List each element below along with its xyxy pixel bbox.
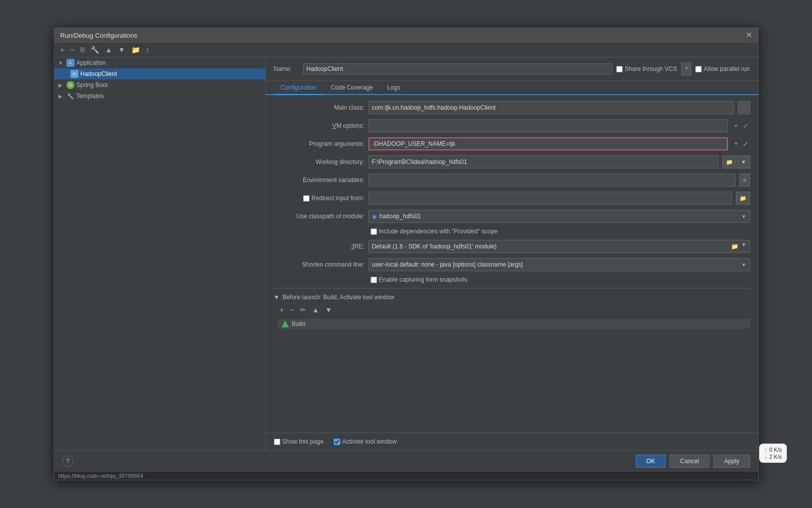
env-vars-edit-button[interactable]: ≡ [740,174,750,187]
before-launch-collapse[interactable]: ▼ [274,294,280,301]
spring-boot-label: Spring Boot [77,81,108,89]
tree-item-templates[interactable]: ▶ 🔧 Templates [54,91,265,102]
working-dir-row: Working directory: 📁 ▼ [274,155,750,168]
shorten-cmd-label: Shorten command line: [274,261,364,268]
jre-select[interactable]: Default (1.8 - SDK of 'hadoop_hdfs01' mo… [368,240,750,253]
show-page-label[interactable]: Show this page [274,438,324,445]
tab-code-coverage[interactable]: Code Coverage [324,81,380,95]
working-dir-label: Working directory: [274,158,364,165]
shorten-cmd-arrow-icon: ▼ [742,262,747,268]
shorten-cmd-select[interactable]: user-local default: none - java [options… [368,258,750,271]
download-speed-row: ↓ 2 K/s [764,454,782,460]
enable-snapshots-checkbox[interactable] [371,277,377,283]
bl-remove-button[interactable]: − [288,305,296,315]
vm-options-label: VM options: [274,122,364,129]
speed-widget: ↑ 0 K/s ↓ 2 K/s [759,444,787,463]
tab-configuration[interactable]: Configuration [274,81,324,95]
activate-tool-text: Activate tool window [342,438,397,445]
env-vars-input[interactable] [368,174,736,187]
allow-parallel-checkbox-label[interactable]: Allow parallel run [695,65,750,72]
tab-bar: Configuration Code Coverage Logs [266,81,758,95]
include-deps-text: Include dependencies with "Provided" sco… [379,228,498,235]
jre-row: JRE: Default (1.8 - SDK of 'hadoop_hdfs0… [274,240,750,253]
redirect-input-field[interactable] [368,192,732,205]
vcs-area: Share through VCS ? Allow parallel run [616,62,750,75]
remove-config-button[interactable]: − [68,45,77,55]
bl-up-button[interactable]: ▲ [310,305,321,315]
vm-options-input[interactable] [368,119,728,132]
share-vcs-checkbox-label[interactable]: Share through VCS [616,65,677,72]
show-page-checkbox[interactable] [274,439,280,445]
sort-button[interactable]: ↕ [144,45,152,55]
main-class-label: Main class: [274,104,364,111]
prog-expand-button[interactable]: + [732,139,740,148]
move-up-button[interactable]: ▲ [103,45,114,55]
url-text: https://blog.csdn.net/qq_39759664 [58,473,143,479]
help-button[interactable]: ? [62,456,73,467]
dialog-footer: ? OK Cancel Apply [54,450,758,472]
tree-item-spring-boot[interactable]: ▶ S Spring Boot [54,79,265,91]
tree-item-application[interactable]: ▼ A Application [54,57,265,68]
before-launch-header: ▼ Before launch: Build, Activate tool wi… [274,294,750,301]
folder-button[interactable]: 📁 [129,45,142,55]
config-area: Main class: ... VM options: + ⤢ [266,95,758,433]
tab-logs[interactable]: Logs [380,81,407,95]
working-dir-dropdown-button[interactable]: ▼ [737,155,750,168]
application-icon: A [66,59,75,67]
bl-add-button[interactable]: + [278,305,286,315]
main-class-browse-button[interactable]: ... [738,101,750,114]
name-label: Name: [274,65,299,72]
bl-edit-button[interactable]: ✏ [298,305,308,315]
vm-options-row: VM options: + ⤢ [274,119,750,132]
include-deps-label[interactable]: Include dependencies with "Provided" sco… [371,228,498,235]
cancel-button[interactable]: Cancel [670,455,709,468]
shorten-cmd-value: user-local default: none - java [options… [372,261,523,268]
name-row: Name: Share through VCS ? Allow parallel… [266,57,758,81]
jre-label: JRE: [274,243,364,250]
add-config-button[interactable]: + [58,45,66,55]
working-dir-browse-button[interactable]: 📁 [722,155,736,168]
wrench-button[interactable]: 🔧 [89,45,101,55]
before-launch-section: ▼ Before launch: Build, Activate tool wi… [274,288,750,329]
vm-options-btns: + ⤢ [732,121,750,130]
prog-expand2-button[interactable]: ⤢ [741,139,750,148]
tree-item-hadoop-client[interactable]: H HadoopClient [54,68,265,79]
main-content: ▼ A Application H HadoopClient ▶ S Sprin… [54,57,758,450]
toolbar: + − ⎘ 🔧 ▲ ▼ 📁 ↕ [54,43,758,57]
activate-tool-label[interactable]: Activate tool window [334,438,397,445]
redirect-input-checkbox[interactable] [303,195,310,202]
vcs-help-button[interactable]: ? [681,62,691,75]
title-bar: Run/Debug Configurations ✕ [54,28,758,43]
redirect-browse-button[interactable]: 📁 [736,192,750,205]
apply-button[interactable]: Apply [713,455,750,468]
bottom-checkboxes: Show this page Activate tool window [266,433,758,450]
ok-button[interactable]: OK [636,455,666,468]
classpath-row: Use classpath of module: ▣ hadoop_hdfs01… [274,210,750,223]
vm-expand-button[interactable]: + [732,121,740,130]
bl-down-button[interactable]: ▼ [323,305,334,315]
share-vcs-checkbox[interactable] [616,66,623,72]
show-page-text: Show this page [282,438,324,445]
main-class-input[interactable] [368,101,734,114]
allow-parallel-checkbox[interactable] [695,66,702,72]
program-args-input[interactable] [368,137,728,150]
include-deps-row: Include dependencies with "Provided" sco… [274,228,750,235]
jre-browse-button[interactable]: 📁 [729,242,741,251]
redirect-checkbox-label[interactable]: Redirect input from: [274,195,364,202]
name-input[interactable] [303,63,612,74]
working-dir-input[interactable] [368,155,718,168]
hadoop-icon: H [70,70,79,78]
share-vcs-label: Share through VCS [625,65,677,72]
left-panel: ▼ A Application H HadoopClient ▶ S Sprin… [54,57,266,450]
copy-config-button[interactable]: ⎘ [79,45,87,55]
download-arrow-icon: ↓ [764,454,767,460]
enable-snapshots-label[interactable]: Enable capturing form snapshots [371,276,467,283]
classpath-select[interactable]: ▣ hadoop_hdfs01 ▼ [368,210,750,223]
activate-tool-checkbox[interactable] [334,439,340,445]
env-vars-row: Environment variables: ≡ [274,174,750,187]
templates-icon: 🔧 [66,92,75,100]
close-button[interactable]: ✕ [746,31,752,39]
include-deps-checkbox[interactable] [371,228,377,235]
move-down-button[interactable]: ▼ [116,45,127,55]
vm-expand2-button[interactable]: ⤢ [741,121,750,130]
